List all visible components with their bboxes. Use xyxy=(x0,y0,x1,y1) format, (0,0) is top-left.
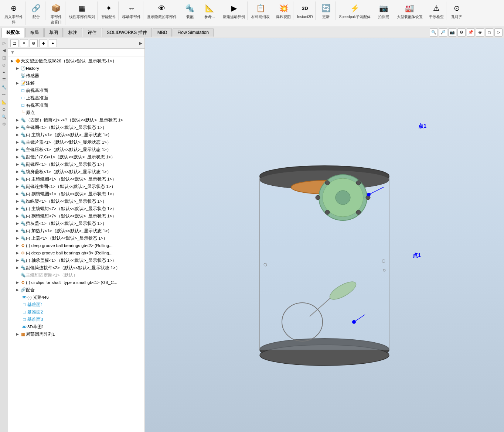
toolbar-material-detail[interactable]: 📋 材料明细表 xyxy=(249,1,272,20)
tree-item-local-array[interactable]: ▶ ▦ 局部圆周阵列1 xyxy=(8,330,144,338)
front-plane-toggle[interactable] xyxy=(15,88,20,93)
sidebar-icon-7[interactable]: 🔧 xyxy=(1,84,7,90)
tree-content[interactable]: ▶ 🔶 天文望远镜总成0826（默认<默认_显示状态-1>） ▶ 🕐 Histo… xyxy=(8,56,144,432)
tree-item-bearing-cap[interactable]: ▶ 🔩 (-) 轴承盖板<1>（默认<<默认>_显示状态 1>） xyxy=(8,257,144,264)
tree-item-ref-plane1[interactable]: □ 基准面1 xyxy=(8,301,144,308)
sidebar-icon-1[interactable]: ▷ xyxy=(1,40,7,46)
ref-plane1-toggle[interactable] xyxy=(16,302,21,307)
tree-item-sub-screw7[interactable]: ▶ 🔩 (-) 副镜螺钉<7>（默认<<默认>_显示状态 1>） xyxy=(8,212,144,220)
toolbar-photo[interactable]: 📷 拍快照 xyxy=(375,1,393,20)
heat-piece-toggle[interactable]: ▶ xyxy=(15,228,20,233)
main-spring1-toggle[interactable]: ▶ xyxy=(15,176,20,182)
mirror-body-lid-toggle[interactable]: ▶ xyxy=(15,169,20,174)
tree-item-main-mirror-ring[interactable]: ▶ 🔩 主镜圈<1>（默认<<默认>_显示状态 1>） xyxy=(8,124,144,131)
tree-item-sensor[interactable]: 📡 传感器 xyxy=(8,72,144,79)
main-mirror-press-toggle[interactable]: ▶ xyxy=(15,147,20,152)
toolbar-instant3d[interactable]: 3D Instant3D xyxy=(295,1,316,20)
view-button[interactable]: 👁 xyxy=(476,28,484,37)
tree-item-spider1[interactable]: ▶ 🔩 蜘蛛架<1>（默认<<默认>_显示状态 1>） xyxy=(8,198,144,205)
dust-cap-toggle[interactable]: ▶ xyxy=(15,221,20,226)
pin-button[interactable]: 📌 xyxy=(467,28,475,37)
sub-mirror-seat-toggle[interactable]: ▶ xyxy=(15,162,20,167)
toolbar-large-assembly[interactable]: 🏭 大型装配体设置 xyxy=(395,1,425,20)
viewport[interactable]: 点1 点1 xyxy=(145,38,504,432)
tab-solidworks-plugin[interactable]: SOLIDWORKS 插件 xyxy=(102,28,152,37)
sub-tube-connect-toggle[interactable]: ▶ xyxy=(15,265,20,270)
tree-item-right-plane[interactable]: □ 右视基准面 xyxy=(8,102,144,109)
sidebar-icon-2[interactable]: ◀ xyxy=(1,47,7,54)
mirror1-toggle[interactable]: ▶ xyxy=(15,117,20,123)
ref-plane3-toggle[interactable] xyxy=(16,317,21,322)
mate-section-toggle[interactable]: ▶ xyxy=(15,287,20,292)
tree-collapse-arrow[interactable]: ▶ xyxy=(139,41,142,46)
tree-item-sub-mirror-76[interactable]: ▶ 🔩 副镜片(7.6)<1>（默认<<默认>_显示状态 1>） xyxy=(8,153,144,161)
local-array-toggle[interactable]: ▶ xyxy=(15,332,20,337)
toolbar-speedpak[interactable]: ⚡ Speedpak子装配体 xyxy=(337,1,373,20)
tree-item-circlip[interactable]: ▶ ⚙ (-) circlips for shaft--type a small… xyxy=(8,279,144,286)
toolbar-update[interactable]: 🔄 更新 xyxy=(317,1,336,20)
settings-button[interactable]: ⚙ xyxy=(457,28,466,37)
top-cap-toggle[interactable]: ▶ xyxy=(15,236,20,241)
ref-plane2-toggle[interactable] xyxy=(16,309,21,315)
tree-btn-1[interactable]: 🗂 xyxy=(10,39,18,47)
tree-btn-3[interactable]: ⚙ xyxy=(30,39,38,47)
sidebar-icon-4[interactable]: ⊕ xyxy=(1,62,7,68)
main-mirror-lid-toggle[interactable]: ▶ xyxy=(15,140,20,145)
tree-item-sub-connect1[interactable]: ▶ 🔩 副镜连接圈<1>（默认<<默认>_显示状态 1>） xyxy=(8,183,144,190)
main-mirror-ring-toggle[interactable]: ▶ xyxy=(15,125,20,130)
tree-item-3d-sketch1[interactable]: 3D 3D草图1 xyxy=(8,323,144,330)
sensor-toggle[interactable] xyxy=(15,73,20,78)
top-plane-toggle[interactable] xyxy=(15,95,20,100)
tree-item-path446[interactable]: 3D (-) 光路446 xyxy=(8,294,144,301)
tree-btn-4[interactable]: ✚ xyxy=(39,39,47,47)
toolbar-explode[interactable]: 💥 爆炸视图 xyxy=(274,1,293,20)
sidebar-icon-3[interactable]: ◫ xyxy=(1,54,7,61)
tree-item-main-mirror-press[interactable]: ▶ 🔩 主镜压板<1>（默认<<默认>_显示状态 1>） xyxy=(8,146,144,153)
tree-item-main-screw-fix[interactable]: 🔩 主螺钉固定圈<1>（默认） xyxy=(8,271,144,279)
toolbar-move-part[interactable]: ↔ 移动零部件 xyxy=(120,1,143,20)
sidebar-icon-10[interactable]: ⊙ xyxy=(1,106,7,113)
cam-button[interactable]: 📷 xyxy=(448,28,456,37)
main-screw7-toggle[interactable]: ▶ xyxy=(15,206,20,211)
tree-item-sub-mirror-seat[interactable]: ▶ 🔩 副镜座<1>（默认<<默认>_显示状态 1>） xyxy=(8,161,144,168)
right-plane-toggle[interactable] xyxy=(15,103,20,108)
spider1-toggle[interactable]: ▶ xyxy=(15,199,20,204)
bearing2-toggle[interactable]: ▶ xyxy=(15,243,20,248)
main-screw-fix-toggle[interactable] xyxy=(15,272,20,278)
tree-btn-2[interactable]: ≡ xyxy=(20,39,28,47)
tree-root[interactable]: ▶ 🔶 天文望远镜总成0826（默认<默认_显示状态-1>） xyxy=(8,57,144,65)
tree-item-main-screw7[interactable]: ▶ 🔩 (-) 主镜螺钉<7>（默认<<默认>_显示状态 1>） xyxy=(8,205,144,212)
tree-item-main-mirror-piece[interactable]: ▶ 🔩 (-) 主镜片<1>（默认<<默认>_显示状态 1>） xyxy=(8,131,144,138)
tree-item-ref-plane2[interactable]: □ 基准面2 xyxy=(8,308,144,316)
tree-item-history[interactable]: ▶ 🕐 History xyxy=(8,65,144,72)
tree-item-top-plane[interactable]: □ 上视基准面 xyxy=(8,94,144,102)
toolbar-ref[interactable]: 📐 参考... xyxy=(201,1,219,20)
circlip-toggle[interactable]: ▶ xyxy=(15,280,20,285)
tree-item-mirror1[interactable]: ▶ 🔩 （固定）镜筒<1> ->?（默认<<默认>_显示状态 1> xyxy=(8,116,144,124)
toolbar-insert-part[interactable]: ⊕ 插入零部件 件 xyxy=(2,1,25,25)
tab-note[interactable]: 标注 xyxy=(64,28,82,37)
toolbar-hole-align[interactable]: ⊙ 孔对齐 xyxy=(448,1,466,20)
tree-item-ref-plane3[interactable]: □ 基准面3 xyxy=(8,316,144,323)
path446-toggle[interactable] xyxy=(16,295,21,300)
sub-connect1-toggle[interactable]: ▶ xyxy=(15,184,20,189)
tree-item-dust-cap[interactable]: ▶ 🔩 挡灰盖<1>（默认<<默认>_显示状态 1>） xyxy=(8,220,144,227)
bearing-cap-toggle[interactable]: ▶ xyxy=(15,258,20,263)
arrow-button[interactable]: ▷ xyxy=(494,28,503,37)
tree-item-mirror-body-lid[interactable]: ▶ 🔩 镜身盖板<1>（默认<<默认>_显示状态 1>） xyxy=(8,168,144,175)
sub-mirror-76-toggle[interactable]: ▶ xyxy=(15,154,20,160)
tab-assemble-body[interactable]: 装配体 xyxy=(1,28,24,38)
origin-toggle[interactable] xyxy=(15,110,20,115)
toolbar-interference[interactable]: ⚠ 干涉检查 xyxy=(427,1,446,20)
tab-sketch[interactable]: 草图 xyxy=(44,28,63,37)
tab-layout[interactable]: 布局 xyxy=(25,28,44,37)
tree-item-sub-spring1[interactable]: ▶ 🔩 (-) 副镜螺圈<1>（默认<<默认>_显示状态 1>） xyxy=(8,190,144,198)
sidebar-icon-9[interactable]: 📐 xyxy=(1,99,7,105)
tree-item-mate-section[interactable]: ▶ 🔗 配合 xyxy=(8,286,144,294)
tree-item-origin[interactable]: └ 原点 xyxy=(8,109,144,116)
history-toggle[interactable]: ▶ xyxy=(15,66,20,71)
toolbar-new-motion[interactable]: ▶ 新建运动算例 xyxy=(221,1,248,20)
search2-button[interactable]: 🔎 xyxy=(439,28,447,37)
sidebar-icon-12[interactable]: ⚙ xyxy=(1,121,7,127)
sidebar-icon-11[interactable]: 🔍 xyxy=(1,113,7,120)
